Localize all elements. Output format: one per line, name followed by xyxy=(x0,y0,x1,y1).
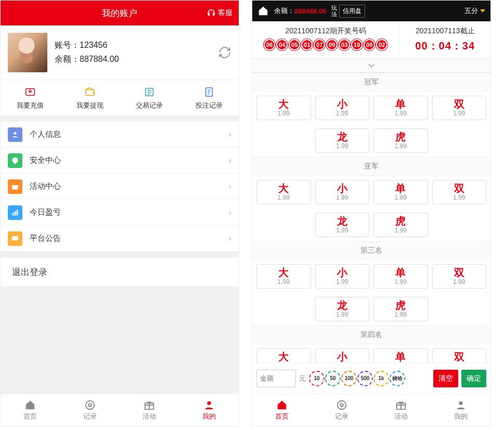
chart-icon xyxy=(8,205,22,220)
bet-option[interactable]: 小1.99 xyxy=(315,264,370,289)
quick-recharge[interactable]: 我要充值 xyxy=(1,80,60,115)
chevron-right-icon: › xyxy=(228,207,231,218)
avatar[interactable] xyxy=(8,33,47,72)
bet-option[interactable]: 大1.99 xyxy=(256,264,311,289)
quick-recharge-label: 我要充值 xyxy=(17,101,44,109)
bet-option[interactable]: 小1.99 xyxy=(315,96,370,120)
bet-option[interactable]: 双1.99 xyxy=(432,96,487,120)
quick-bet-records[interactable]: 投注记录 xyxy=(179,80,239,115)
bet-option[interactable]: 单1.99 xyxy=(373,180,428,204)
bet-option[interactable]: 双1.99 xyxy=(432,264,487,289)
bet-option[interactable]: 小1.99 xyxy=(315,348,370,363)
bet-option[interactable]: 单1.99 xyxy=(373,96,428,120)
person-icon xyxy=(8,127,22,142)
bet-option[interactable]: 单1.99 xyxy=(373,264,428,289)
quick-transactions[interactable]: 交易记录 xyxy=(120,80,179,115)
home-icon xyxy=(24,399,36,411)
tab-records[interactable]: 记录 xyxy=(312,394,372,426)
tab-activity[interactable]: 活动 xyxy=(371,394,431,426)
bet-option-label: 单 xyxy=(374,267,428,278)
tab-label: 我的 xyxy=(202,412,216,421)
tab-home[interactable]: 首页 xyxy=(1,394,60,426)
bet-option[interactable]: 大1.99 xyxy=(256,96,311,120)
account-value: 123456 xyxy=(80,41,107,49)
balance-value: 887884.00 xyxy=(80,55,119,63)
bet-option-odds: 1.99 xyxy=(374,194,428,201)
bet-option-label: 双 xyxy=(433,98,486,110)
amount-input[interactable] xyxy=(256,370,296,387)
records-icon xyxy=(84,399,96,411)
menu-today-profit[interactable]: 今日盈亏 › xyxy=(1,200,239,226)
logout-button[interactable]: 退出登录 xyxy=(1,258,239,286)
bet-option[interactable]: 双1.99 xyxy=(432,348,487,363)
home-icon[interactable] xyxy=(257,5,269,17)
bet-option[interactable]: 龙1.99 xyxy=(315,128,370,153)
bet-option[interactable]: 虎1.99 xyxy=(373,128,428,153)
bet-option-label: 虎 xyxy=(374,299,428,311)
chip-梭哈[interactable]: 梭哈 xyxy=(390,371,405,386)
menu-security[interactable]: 安全中心 › xyxy=(1,148,239,174)
svg-point-11 xyxy=(86,400,95,409)
menu-personal-info[interactable]: 个人信息 › xyxy=(1,122,239,148)
tab-label: 活动 xyxy=(394,412,408,421)
period-dropdown[interactable]: 五分 xyxy=(464,6,485,16)
balance-value: 888488.00 xyxy=(294,7,326,15)
bet-option-label: 小 xyxy=(316,267,369,278)
countdown-timer: 00：04：34 xyxy=(402,39,488,53)
chip-500[interactable]: 500 xyxy=(357,371,373,386)
bet-option[interactable]: 龙1.99 xyxy=(315,213,370,237)
bet-option[interactable]: 大1.99 xyxy=(256,180,311,204)
bet-option[interactable]: 小1.99 xyxy=(315,180,370,204)
tab-label: 活动 xyxy=(143,412,156,421)
bet-option-label: 单 xyxy=(374,183,428,194)
quick-bet-records-label: 投注记录 xyxy=(196,101,223,109)
activity-icon xyxy=(144,399,155,411)
chevron-down-icon xyxy=(366,60,377,71)
chip-100[interactable]: 100 xyxy=(341,371,357,386)
bet-option[interactable]: 龙1.99 xyxy=(315,297,370,321)
svg-rect-7 xyxy=(12,213,14,215)
customer-service-button[interactable]: 客服 xyxy=(206,1,232,25)
lottery-ball: 10 xyxy=(351,39,363,50)
profile-card: 账号：123456 余额：887884.00 xyxy=(1,25,239,80)
mode-label: 玩 法 xyxy=(331,5,337,17)
quick-withdraw[interactable]: 我要提现 xyxy=(60,80,120,115)
lottery-ball: 06 xyxy=(264,39,275,50)
chevron-right-icon: › xyxy=(228,129,231,140)
headset-icon xyxy=(206,8,216,18)
svg-point-15 xyxy=(338,400,346,409)
expand-toggle[interactable] xyxy=(252,58,490,73)
bet-option-label: 双 xyxy=(433,351,486,362)
chip-10[interactable]: 10 xyxy=(309,371,325,386)
user-icon xyxy=(203,399,215,411)
group-title: 第三名 xyxy=(252,241,490,260)
chip-1k[interactable]: 1k xyxy=(373,371,389,386)
bet-option[interactable]: 虎1.99 xyxy=(373,213,428,237)
yuan-label: 元 xyxy=(299,374,306,383)
chevron-right-icon: › xyxy=(228,155,231,166)
menu-activity[interactable]: 活动中心 › xyxy=(1,174,239,200)
chip-50[interactable]: 50 xyxy=(325,371,341,386)
refresh-icon[interactable] xyxy=(218,46,231,59)
bet-option[interactable]: 虎1.99 xyxy=(373,297,428,321)
bet-option-odds: 1.99 xyxy=(433,194,486,201)
confirm-button[interactable]: 确定 xyxy=(461,370,486,387)
svg-point-14 xyxy=(207,401,211,405)
deadline-period: 20211007113截止 xyxy=(402,27,488,36)
bet-option[interactable]: 大1.99 xyxy=(256,348,311,363)
clear-button[interactable]: 清空 xyxy=(433,370,458,387)
bet-option[interactable]: 双1.99 xyxy=(432,180,487,204)
tab-records[interactable]: 记录 xyxy=(60,394,120,426)
bet-option-label: 双 xyxy=(433,267,486,278)
tab-mine[interactable]: 我的 xyxy=(179,394,239,426)
tab-home[interactable]: 首页 xyxy=(252,394,312,426)
mode-select[interactable]: 信用盘 xyxy=(339,5,365,18)
bet-options-area[interactable]: 冠军大1.99小1.99单1.99双1.99龙1.99虎1.99亚军大1.99小… xyxy=(252,73,490,363)
menu-list: 个人信息 › 安全中心 › 活动中心 › 今日盈亏 › 平台公告 › xyxy=(1,122,239,252)
bet-option-odds: 1.99 xyxy=(316,311,369,318)
tab-activity[interactable]: 活动 xyxy=(120,394,179,426)
menu-announcement[interactable]: 平台公告 › xyxy=(1,226,239,252)
bet-option[interactable]: 单1.99 xyxy=(373,348,428,363)
tab-mine[interactable]: 我的 xyxy=(431,394,491,426)
amount-bar: 元 10501005001k梭哈 清空 确定 xyxy=(252,362,490,394)
